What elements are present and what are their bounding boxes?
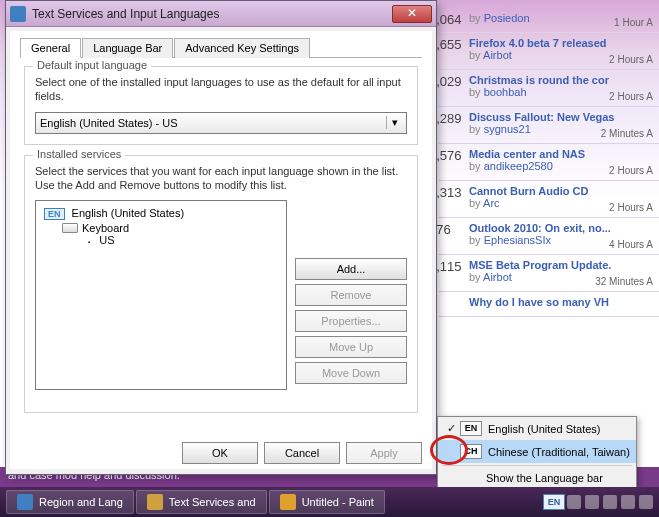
tab-language-bar[interactable]: Language Bar <box>82 38 173 58</box>
language-badge-icon: CH <box>460 444 482 459</box>
thread-title-link[interactable]: MSE Beta Program Update. <box>469 259 651 271</box>
thread-author: by boohbah <box>469 86 527 98</box>
author-link[interactable]: Airbot <box>483 271 512 283</box>
chevron-down-icon: ▾ <box>386 116 402 129</box>
app-icon <box>17 494 33 510</box>
forum-thread-item[interactable]: 1,115MSE Beta Program Update.by Airbot32… <box>439 255 659 292</box>
dialog-icon <box>10 6 26 22</box>
system-tray[interactable] <box>567 495 653 509</box>
thread-title-link[interactable]: Why do I have so many VH <box>469 296 651 308</box>
group-description: Select one of the installed input langua… <box>35 75 407 104</box>
taskbar-button[interactable]: Untitled - Paint <box>269 490 385 514</box>
thread-author: by Arc <box>469 197 500 209</box>
tray-icon[interactable] <box>585 495 599 509</box>
tray-language-indicator[interactable]: EN <box>543 494 565 510</box>
taskbar-button-label: Region and Lang <box>39 496 123 508</box>
service-buttons-column: Add... Remove Properties... Move Up Move… <box>295 200 407 390</box>
properties-button[interactable]: Properties... <box>295 310 407 332</box>
forum-thread-item[interactable]: 3,655Firefox 4.0 beta 7 releasedby Airbo… <box>439 33 659 70</box>
thread-age: 2 Minutes A <box>601 128 653 139</box>
forum-thread-list: 1,064by Posiedon1 Hour A3,655Firefox 4.0… <box>439 0 659 317</box>
move-down-button[interactable]: Move Down <box>295 362 407 384</box>
tray-icon[interactable] <box>567 495 581 509</box>
dialog-title: Text Services and Input Languages <box>32 7 392 21</box>
app-icon <box>280 494 296 510</box>
taskbar-button[interactable]: Text Services and <box>136 490 267 514</box>
forum-thread-item[interactable]: 1,289Discuss Fallout: New Vegasby sygnus… <box>439 107 659 144</box>
language-badge-icon: EN <box>460 421 482 436</box>
show-language-bar-label: Show the Language bar <box>486 472 603 484</box>
thread-age: 4 Hours A <box>609 239 653 250</box>
tray-icon[interactable] <box>603 495 617 509</box>
thread-title-link[interactable]: Outlook 2010: On exit, no... <box>469 222 651 234</box>
thread-author: by sygnus21 <box>469 123 531 135</box>
app-icon <box>147 494 163 510</box>
apply-button[interactable]: Apply <box>346 442 422 464</box>
tab-strip: General Language Bar Advanced Key Settin… <box>20 37 422 58</box>
thread-author: by Posiedon <box>469 12 530 24</box>
text-services-dialog: Text Services and Input Languages ✕ Gene… <box>5 0 437 475</box>
tree-category-node[interactable]: Keyboard <box>40 222 282 234</box>
remove-button[interactable]: Remove <box>295 284 407 306</box>
thread-title-link[interactable]: Christmas is round the cor <box>469 74 651 86</box>
language-option-en[interactable]: ✓ EN English (United States) <box>438 417 636 440</box>
language-switch-popup: ✓ EN English (United States) CH Chinese … <box>437 416 637 489</box>
taskbar: Region and LangText Services andUntitled… <box>0 487 659 517</box>
group-description: Select the services that you want for ea… <box>35 164 407 193</box>
installed-services-tree[interactable]: EN English (United States) Keyboard US <box>35 200 287 390</box>
author-link[interactable]: andikeep2580 <box>484 160 553 172</box>
forum-thread-item[interactable]: 1,064by Posiedon1 Hour A <box>439 8 659 33</box>
language-option-label: English (United States) <box>488 423 601 435</box>
tab-general[interactable]: General <box>20 38 81 58</box>
tray-icon[interactable] <box>621 495 635 509</box>
tab-content-general: Default input language Select one of the… <box>20 58 422 431</box>
thread-age: 2 Hours A <box>609 202 653 213</box>
thread-age: 32 Minutes A <box>595 276 653 287</box>
forum-thread-item[interactable]: 376Outlook 2010: On exit, no...by Ephesi… <box>439 218 659 255</box>
author-link[interactable]: sygnus21 <box>484 123 531 135</box>
default-language-dropdown[interactable]: English (United States) - US ▾ <box>35 112 407 134</box>
taskbar-button-label: Untitled - Paint <box>302 496 374 508</box>
thread-age: 2 Hours A <box>609 165 653 176</box>
thread-title-link[interactable]: Media center and NAS <box>469 148 651 160</box>
taskbar-button-label: Text Services and <box>169 496 256 508</box>
taskbar-items: Region and LangText Services andUntitled… <box>6 490 385 514</box>
language-option-ch[interactable]: CH Chinese (Traditional, Taiwan) <box>438 440 636 463</box>
show-language-bar-option[interactable]: Show the Language bar <box>438 468 636 488</box>
author-link[interactable]: Arc <box>483 197 500 209</box>
default-input-language-group: Default input language Select one of the… <box>24 66 418 145</box>
close-button[interactable]: ✕ <box>392 5 432 23</box>
forum-thread-item[interactable]: 1,313Cannot Burn Audio CDby Arc2 Hours A <box>439 181 659 218</box>
author-link[interactable]: Airbot <box>483 49 512 61</box>
tree-language-node[interactable]: EN English (United States) <box>40 205 282 222</box>
add-button[interactable]: Add... <box>295 258 407 280</box>
thread-age: 1 Hour A <box>614 17 653 28</box>
author-link[interactable]: EphesiansSIx <box>484 234 551 246</box>
language-badge-icon: EN <box>44 208 65 220</box>
dialog-titlebar[interactable]: Text Services and Input Languages ✕ <box>6 1 436 27</box>
thread-author: by andikeep2580 <box>469 160 553 172</box>
language-option-label: Chinese (Traditional, Taiwan) <box>488 446 630 458</box>
move-up-button[interactable]: Move Up <box>295 336 407 358</box>
tab-advanced-key-settings[interactable]: Advanced Key Settings <box>174 38 310 58</box>
group-legend: Default input language <box>33 59 151 71</box>
thread-author: by Airbot <box>469 49 512 61</box>
forum-thread-item[interactable]: 1,029Christmas is round the corby boohba… <box>439 70 659 107</box>
forum-thread-item[interactable]: 1,576Media center and NASby andikeep2580… <box>439 144 659 181</box>
tree-layout-node[interactable]: US <box>40 234 282 246</box>
author-link[interactable]: Posiedon <box>484 12 530 24</box>
menu-separator <box>442 465 632 466</box>
dialog-body: General Language Bar Advanced Key Settin… <box>10 31 432 469</box>
ok-button[interactable]: OK <box>182 442 258 464</box>
thread-title-link[interactable]: Firefox 4.0 beta 7 released <box>469 37 651 49</box>
taskbar-button[interactable]: Region and Lang <box>6 490 134 514</box>
tray-icon[interactable] <box>639 495 653 509</box>
tree-language-label: English (United States) <box>72 207 185 219</box>
cancel-button[interactable]: Cancel <box>264 442 340 464</box>
tree-layout-label: US <box>99 234 114 246</box>
author-link[interactable]: boohbah <box>484 86 527 98</box>
dropdown-selected-value: English (United States) - US <box>40 117 178 129</box>
thread-title-link[interactable]: Cannot Burn Audio CD <box>469 185 651 197</box>
forum-thread-item[interactable]: Why do I have so many VH <box>439 292 659 317</box>
thread-title-link[interactable]: Discuss Fallout: New Vegas <box>469 111 651 123</box>
